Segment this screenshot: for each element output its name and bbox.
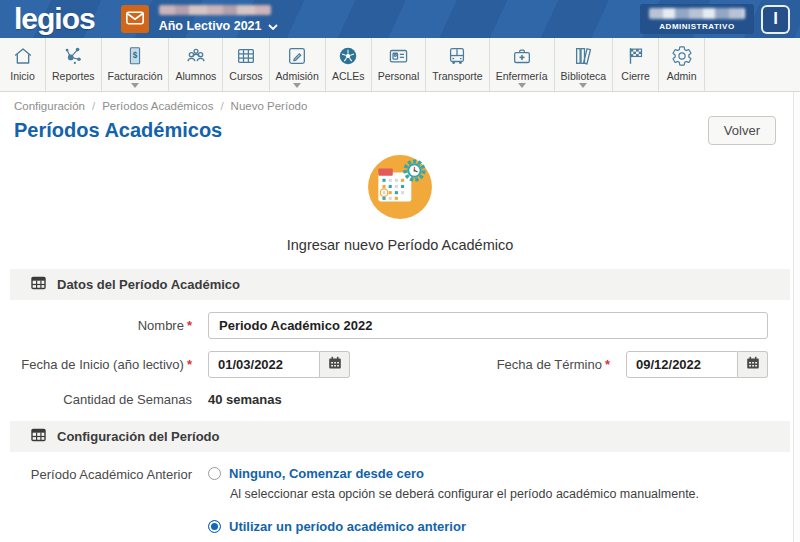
calendar-icon <box>328 356 342 373</box>
required-marker: * <box>187 318 192 333</box>
user-avatar-button[interactable]: l <box>761 5 790 34</box>
semanas-label: Cantidad de Semanas <box>0 392 192 407</box>
table-grid-icon <box>31 276 46 293</box>
nav-item-label: Cursos <box>229 70 262 82</box>
radio-option[interactable]: Utilizar un período académico anterior <box>208 519 800 534</box>
students-icon <box>184 44 208 67</box>
nav-item-admision[interactable]: Admisión <box>270 38 326 91</box>
nav-item-admin[interactable]: Admin <box>659 38 705 91</box>
dropdown-caret-icon <box>518 83 526 91</box>
breadcrumb: Configuración/Períodos Académicos/Nuevo … <box>14 100 800 112</box>
bus-icon <box>446 44 468 67</box>
radio-option-description: Al seleccionar esta opción se deberá con… <box>230 486 786 504</box>
vertical-scrollbar[interactable] <box>793 92 800 542</box>
back-button[interactable]: Volver <box>708 116 776 145</box>
calendar-icon <box>746 356 760 373</box>
gear-icon <box>671 44 693 67</box>
nav-item-label: Alumnos <box>175 70 216 82</box>
fecha-inicio-calendar-button[interactable] <box>320 351 350 378</box>
fecha-inicio-input[interactable] <box>208 351 320 378</box>
semanas-value: 40 semanas <box>208 392 282 407</box>
nav-item-label: Facturación <box>108 70 163 82</box>
nav-item-inicio[interactable]: Inicio <box>0 38 46 91</box>
nav-item-label: Inicio <box>10 70 35 82</box>
required-marker: * <box>187 357 192 372</box>
nav-item-biblioteca[interactable]: Biblioteca <box>555 38 614 91</box>
nav-item-acles[interactable]: ACLEs <box>326 38 372 91</box>
soccer-ball-icon <box>337 44 359 67</box>
periodo-anterior-label: Período Académico Anterior <box>0 466 192 482</box>
network-icon <box>62 44 84 67</box>
nav-item-transporte[interactable]: Transporte <box>426 38 489 91</box>
breadcrumb-item[interactable]: Configuración <box>14 100 85 112</box>
user-menu[interactable]: ADMINISTRATIVO <box>640 4 754 34</box>
breadcrumb-separator: / <box>92 100 95 112</box>
user-role-badge: ADMINISTRATIVO <box>659 22 734 31</box>
section-title: Datos del Período Académico <box>57 277 240 292</box>
nav-item-label: Reportes <box>52 70 95 82</box>
hero-caption: Ingresar nuevo Período Académico <box>0 237 800 253</box>
nav-item-label: Cierre <box>621 70 650 82</box>
nav-item-enfermeria[interactable]: Enfermería <box>490 38 555 91</box>
table-icon <box>235 44 257 67</box>
radio-unselected-icon[interactable] <box>208 467 221 480</box>
nav-item-personal[interactable]: Personal <box>372 38 426 91</box>
main-nav: InicioReportes$FacturaciónAlumnosCursosA… <box>0 38 800 92</box>
fecha-termino-input[interactable] <box>626 351 738 378</box>
home-icon <box>12 44 34 67</box>
svg-text:$: $ <box>133 51 138 60</box>
radio-option-title[interactable]: Utilizar un período académico anterior <box>229 519 466 534</box>
id-card-icon <box>387 44 410 67</box>
school-name-redacted <box>159 5 271 15</box>
fecha-termino-calendar-button[interactable] <box>738 351 768 378</box>
envelope-icon <box>126 11 144 28</box>
invoice-icon: $ <box>124 44 146 67</box>
calendar-gear-illustration-icon <box>366 207 434 224</box>
fecha-inicio-label: Fecha de Inicio (año lectivo)* <box>0 357 192 372</box>
nav-item-label: Enfermería <box>496 70 548 82</box>
radio-selected-icon[interactable] <box>208 520 221 533</box>
chevron-down-icon <box>268 19 278 33</box>
nav-item-label: Admisión <box>276 70 319 82</box>
periodo-anterior-options: Ninguno, Comenzar desde ceroAl seleccion… <box>208 466 800 542</box>
checkered-flag-icon <box>625 44 647 67</box>
year-selector-label: Año Lectivo 2021 <box>159 19 262 33</box>
breadcrumb-separator: / <box>220 100 223 112</box>
books-icon <box>572 44 595 67</box>
breadcrumb-item[interactable]: Nuevo Período <box>231 100 308 112</box>
top-header: legios Año Lectivo 2021 ADMINISTRATIVO l <box>0 0 800 38</box>
section-header-configuracion: Configuración del Período <box>10 421 790 452</box>
nombre-input[interactable] <box>208 312 768 339</box>
nav-item-label: ACLEs <box>332 70 365 82</box>
medical-bag-icon <box>511 44 533 67</box>
radio-option-title[interactable]: Ninguno, Comenzar desde cero <box>229 466 424 481</box>
avatar-letter: l <box>773 9 778 29</box>
dropdown-caret-icon <box>131 83 139 91</box>
section-header-datos: Datos del Período Académico <box>10 269 790 300</box>
pencil-square-icon <box>286 44 308 67</box>
nav-item-label: Transporte <box>432 70 482 82</box>
fecha-termino-label: Fecha de Término* <box>350 357 610 372</box>
user-name-redacted <box>649 8 745 19</box>
dropdown-caret-icon <box>579 83 587 91</box>
nav-item-facturacion[interactable]: $Facturación <box>102 38 170 91</box>
dropdown-caret-icon <box>293 83 301 91</box>
periodo-anterior-option-1: Ninguno, Comenzar desde ceroAl seleccion… <box>208 466 800 504</box>
nombre-label: Nombre* <box>0 318 192 333</box>
app-window: legios Año Lectivo 2021 ADMINISTRATIVO l… <box>0 0 800 542</box>
nav-item-label: Admin <box>667 70 697 82</box>
breadcrumb-item[interactable]: Períodos Académicos <box>102 100 213 112</box>
nav-item-cierre[interactable]: Cierre <box>613 38 659 91</box>
nav-item-label: Personal <box>378 70 419 82</box>
radio-option[interactable]: Ninguno, Comenzar desde cero <box>208 466 800 481</box>
periodo-anterior-option-2: Utilizar un período académico anteriorSe… <box>208 519 800 542</box>
section-title: Configuración del Período <box>57 429 220 444</box>
required-marker: * <box>605 357 610 372</box>
app-logo[interactable]: legios <box>14 0 95 38</box>
nav-item-cursos[interactable]: Cursos <box>223 38 269 91</box>
nav-item-alumnos[interactable]: Alumnos <box>169 38 223 91</box>
nav-item-reportes[interactable]: Reportes <box>46 38 102 91</box>
nav-item-label: Biblioteca <box>561 70 607 82</box>
messages-button[interactable] <box>121 5 149 33</box>
school-year-selector[interactable]: Año Lectivo 2021 <box>159 5 278 33</box>
